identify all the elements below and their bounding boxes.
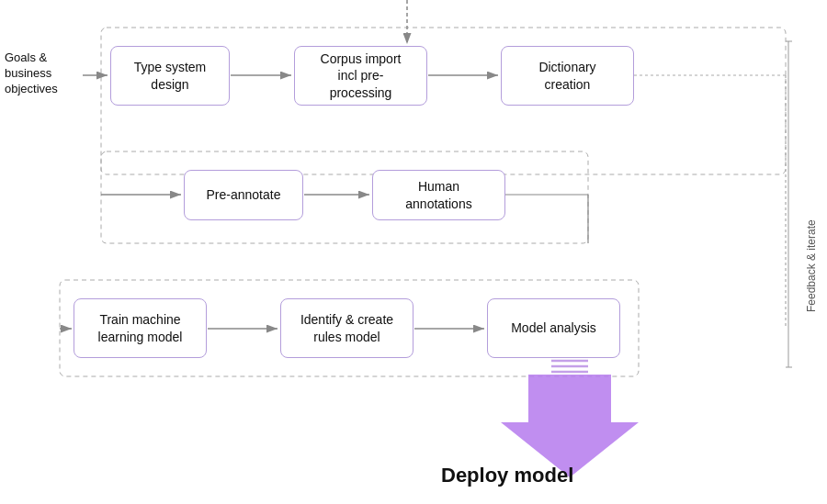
human-label: Humanannotations [405,178,471,211]
deploy-label: Deploy model [441,464,573,487]
train-label: Train machinelearning model [98,311,183,344]
diagram-container: Type systemdesign Corpus importincl pre-… [0,0,827,504]
box-train: Train machinelearning model [74,298,207,358]
feedback-label: Feedback & iterate [805,110,818,312]
corpus-label: Corpus importincl pre-processing [321,50,402,101]
box-model-analysis: Model analysis [487,298,620,358]
box-dictionary: Dictionarycreation [501,46,634,106]
box-preannotate: Pre-annotate [184,170,303,220]
box-type-system: Type systemdesign [110,46,230,106]
svg-marker-21 [501,375,639,477]
svg-rect-3 [101,151,588,243]
model-analysis-label: Model analysis [511,319,596,336]
preannotate-label: Pre-annotate [207,186,281,203]
type-system-label: Type systemdesign [134,59,207,92]
identify-label: Identify & createrules model [300,311,393,344]
goals-label: Goals &businessobjectives [5,50,87,97]
box-identify: Identify & createrules model [280,298,414,358]
box-human: Humanannotations [372,170,505,220]
box-corpus: Corpus importincl pre-processing [294,46,427,106]
dictionary-label: Dictionarycreation [538,59,595,92]
